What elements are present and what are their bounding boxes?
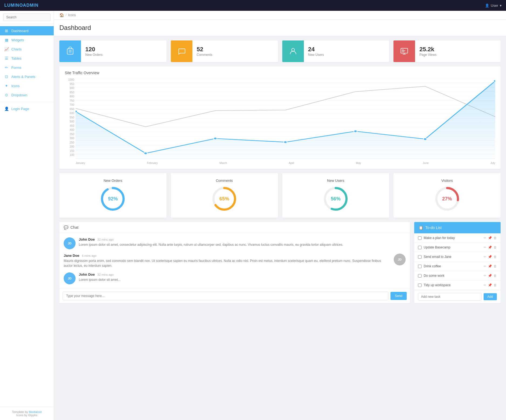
- todo-item-label: Send email to Jane: [424, 255, 481, 259]
- sidebar-item-tables[interactable]: ☰ Tables: [0, 54, 54, 63]
- todo-checkbox[interactable]: [418, 236, 422, 240]
- sidebar-item-dropdown[interactable]: ⊙ Dropdown: [0, 90, 54, 100]
- views-icon: [399, 46, 409, 56]
- widgets-icon: ▦: [4, 38, 9, 42]
- donut-card-visitors: Visitors 27%: [393, 173, 501, 218]
- chat-messages: JD John Doe 32 mins ago Lorem ipsum dolo…: [59, 233, 410, 289]
- delete-icon[interactable]: 🗑: [494, 255, 497, 259]
- todo-add-button[interactable]: Add: [484, 293, 497, 300]
- brand-suffix: ADMIN: [23, 3, 38, 8]
- sidebar-item-charts[interactable]: 📈 Charts: [0, 45, 54, 54]
- donut-title-users: New Users: [327, 179, 344, 183]
- sidebar-item-login[interactable]: 👤 Login Page: [0, 104, 54, 113]
- chat-sender-name: John Doe 32 mins ago: [79, 272, 406, 276]
- chat-time: 6 mins ago: [82, 254, 96, 257]
- donut-card-comments: Comments 65%: [171, 173, 278, 218]
- pin-icon[interactable]: 📌: [488, 274, 492, 278]
- orders-number: 120: [85, 46, 103, 53]
- todo-item-label: Make a plan for today: [424, 236, 481, 240]
- sidebar-search-container: [0, 11, 54, 24]
- pin-icon[interactable]: 📌: [488, 283, 492, 287]
- sidebar-label-charts: Charts: [11, 47, 22, 51]
- delete-icon[interactable]: 🗑: [494, 283, 497, 287]
- chat-message: JD John Doe 32 mins ago Lorem ipsum dolo…: [64, 272, 406, 284]
- todo-icon: 📋: [419, 226, 423, 230]
- donut-label-comments: 65%: [219, 196, 229, 202]
- pin-icon[interactable]: 📌: [488, 236, 492, 240]
- stat-card-comments: 52 Comments: [171, 40, 278, 62]
- orders-icon-box: [59, 40, 81, 62]
- delete-icon[interactable]: 🗑: [494, 274, 497, 278]
- sidebar-item-widgets[interactable]: ▦ Widgets: [0, 35, 54, 45]
- chart-title: Site Traffic Overview: [65, 71, 495, 75]
- pin-icon[interactable]: 📌: [488, 245, 492, 249]
- pin-icon[interactable]: 📌: [488, 264, 492, 268]
- svg-point-31: [144, 152, 147, 154]
- footer-brand-link[interactable]: Medialoot: [29, 410, 42, 414]
- orders-icon: [65, 46, 75, 56]
- chat-message-text: Mauris dignissim porta enim, sed commodo…: [64, 258, 390, 268]
- orders-info: 120 New Orders: [81, 43, 107, 60]
- delete-icon[interactable]: 🗑: [494, 236, 497, 240]
- delete-icon[interactable]: 🗑: [494, 245, 497, 249]
- stat-card-users: 24 New Users: [282, 40, 389, 62]
- edit-icon[interactable]: ✏: [484, 236, 486, 240]
- sidebar-item-alerts[interactable]: ⊡ Alerts & Panels: [0, 72, 54, 81]
- todo-item: Make a plan for today ✏ 📌 🗑: [414, 233, 501, 243]
- views-label: Page Views: [419, 53, 436, 57]
- todo-checkbox[interactable]: [418, 265, 422, 268]
- avatar: JD: [64, 237, 76, 249]
- todo-add-input[interactable]: [418, 293, 481, 301]
- dashboard-icon: ⊞: [4, 29, 9, 33]
- pin-icon[interactable]: 📌: [488, 255, 492, 259]
- donut-title-orders: New Orders: [104, 179, 122, 183]
- home-icon[interactable]: 🏠: [59, 13, 64, 17]
- brand: LUMINOADMIN: [4, 3, 39, 8]
- sidebar-item-dashboard[interactable]: ⊞ Dashboard: [0, 26, 54, 35]
- bottom-row: 💬 Chat JD John Doe 32 mins ago Lorem ips…: [59, 222, 501, 303]
- chat-time: 32 mins ago: [97, 273, 114, 276]
- todo-checkbox[interactable]: [418, 246, 422, 249]
- todo-item-label: Do some work: [424, 274, 481, 278]
- edit-icon[interactable]: ✏: [484, 283, 486, 287]
- chart-section: Site Traffic Overview 1000950900850800 7…: [59, 66, 501, 169]
- avatar: JD: [394, 254, 406, 265]
- sidebar-item-forms[interactable]: ✏ Forms: [0, 63, 54, 72]
- chat-icon: 💬: [64, 225, 68, 230]
- chat-message-content: John Doe 32 mins ago Lorem ipsum dolor s…: [79, 237, 406, 247]
- footer-template: Template by Medialoot: [4, 410, 49, 414]
- user-icon: 👤: [485, 4, 489, 8]
- orders-label: New Orders: [85, 53, 103, 57]
- breadcrumb-separator: /: [66, 13, 66, 17]
- chat-sender-name: Jane Doe 6 mins ago: [64, 254, 390, 258]
- search-input[interactable]: [3, 13, 50, 21]
- main-content: 🏠 / Icons Dashboard 120 New Orders: [54, 11, 506, 420]
- avatar: JD: [64, 272, 76, 284]
- alerts-icon: ⊡: [4, 74, 9, 79]
- edit-icon[interactable]: ✏: [484, 245, 486, 249]
- icons-icon: ✦: [4, 84, 9, 88]
- todo-item-actions: ✏ 📌 🗑: [484, 283, 497, 287]
- tables-icon: ☰: [4, 56, 9, 60]
- sidebar-footer: Template by Medialoot Icons by Glyphs: [0, 407, 54, 420]
- delete-icon[interactable]: 🗑: [494, 264, 497, 268]
- todo-item-label: Drink coffee: [424, 264, 481, 268]
- edit-icon[interactable]: ✏: [484, 255, 486, 259]
- todo-checkbox[interactable]: [418, 274, 422, 278]
- navbar: LUMINOADMIN 👤 User ▾: [0, 0, 506, 11]
- svg-point-36: [494, 80, 495, 82]
- todo-checkbox[interactable]: [418, 284, 422, 287]
- chat-send-button[interactable]: Send: [390, 292, 407, 300]
- edit-icon[interactable]: ✏: [484, 264, 486, 268]
- login-icon: 👤: [4, 107, 9, 111]
- svg-point-30: [76, 110, 77, 112]
- sidebar-label-login: Login Page: [11, 107, 29, 111]
- sidebar-item-icons[interactable]: ✦ Icons: [0, 81, 54, 90]
- chat-input[interactable]: [63, 292, 388, 300]
- sidebar-nav: ⊞ Dashboard ▦ Widgets 📈 Charts ☰ Tables …: [0, 24, 54, 407]
- donut-label-visitors: 27%: [442, 196, 452, 202]
- user-menu[interactable]: 👤 User ▾: [485, 4, 502, 8]
- edit-icon[interactable]: ✏: [484, 274, 486, 278]
- chat-message-content: John Doe 32 mins ago Lorem ipsum dolor s…: [79, 272, 406, 282]
- todo-checkbox[interactable]: [418, 255, 422, 259]
